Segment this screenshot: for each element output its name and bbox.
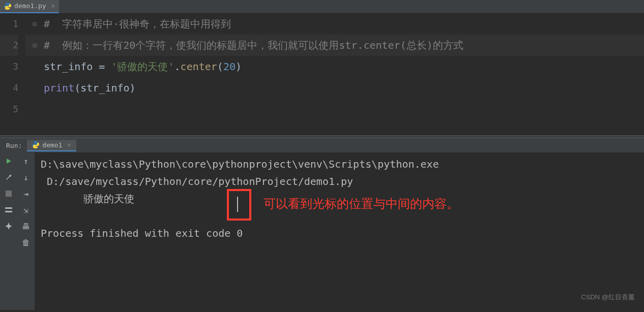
run-tool-column-right: ↑ ↓ ⇥ ⇲ 🖶 🗑 xyxy=(17,152,35,310)
console-output[interactable]: D:\save\myclass\Python\core\pythonprojec… xyxy=(35,152,644,310)
editor-tab-bar: demo1.py × xyxy=(0,0,644,13)
watermark: CSDN @红目香薰 xyxy=(581,289,635,306)
fold-column: ⊟ ⊟ xyxy=(25,13,44,135)
code-editor[interactable]: 1 2 3 4 5 ⊟ ⊟ # 字符串居中·很神奇，在标题中用得到 # 例如：一… xyxy=(0,13,644,135)
rerun-icon[interactable] xyxy=(4,157,13,166)
soft-wrap-icon[interactable]: ⇥ xyxy=(21,189,31,198)
console-line: D:\save\myclass\Python\core\pythonprojec… xyxy=(41,155,638,173)
pin-icon[interactable] xyxy=(4,222,13,231)
python-run-icon xyxy=(32,141,39,148)
run-tab[interactable]: demo1 × xyxy=(27,140,76,151)
stop-icon[interactable] xyxy=(4,189,13,198)
up-arrow-icon[interactable]: ↑ xyxy=(21,157,31,166)
run-tab-label: demo1 xyxy=(42,141,62,149)
down-arrow-icon[interactable]: ↓ xyxy=(21,173,31,182)
scroll-icon[interactable]: ⇲ xyxy=(21,205,31,214)
python-file-icon xyxy=(4,3,11,10)
svg-rect-2 xyxy=(5,211,12,212)
console-line: D:/save/myclass/Python/core/pythonProjec… xyxy=(41,173,638,190)
file-tab[interactable]: demo1.py × xyxy=(0,0,59,13)
run-label: Run: xyxy=(6,142,22,149)
code-area[interactable]: # 字符串居中·很神奇，在标题中用得到 # 例如：一行有20个字符，使我们的标题… xyxy=(44,13,644,135)
annotation-text: 可以看到光标的位置与中间的内容。 xyxy=(264,195,459,212)
console-exit-line: Process finished with exit code 0 xyxy=(41,225,638,242)
layout-icon[interactable] xyxy=(4,205,13,214)
print-icon[interactable]: 🖶 xyxy=(21,222,31,231)
run-panel: ↑ ↓ ⇥ ⇲ 🖶 🗑 D:\save\myclass\Python\core\… xyxy=(0,152,644,310)
annotation-box xyxy=(227,189,251,221)
text-cursor xyxy=(237,197,238,212)
line-gutter: 1 2 3 4 5 xyxy=(0,13,25,135)
close-icon[interactable]: × xyxy=(51,3,55,10)
close-icon[interactable]: × xyxy=(67,141,71,148)
file-tab-label: demo1.py xyxy=(14,2,46,10)
run-tool-header: Run: demo1 × xyxy=(0,138,644,152)
run-tool-column-left xyxy=(0,152,17,310)
trash-icon[interactable]: 🗑 xyxy=(21,238,31,247)
svg-rect-1 xyxy=(5,207,12,209)
svg-rect-0 xyxy=(6,191,12,197)
wrench-icon[interactable] xyxy=(4,173,13,182)
